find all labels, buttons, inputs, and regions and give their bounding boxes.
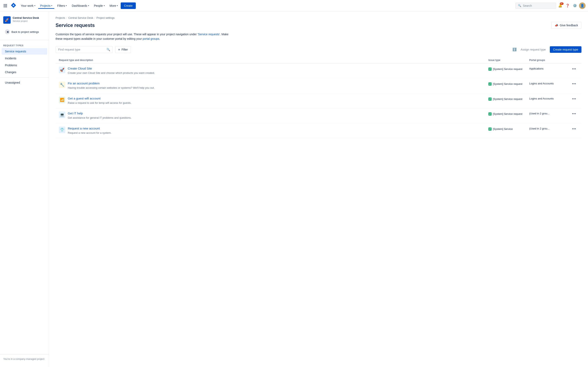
issue-type-icon: ✓ [488, 127, 492, 131]
nav-projects[interactable]: Projects ▾ [38, 3, 54, 8]
breadcrumb-central-service-desk[interactable]: Central Service Desk [68, 16, 93, 19]
issue-type-text: [System] Service [493, 127, 513, 131]
breadcrumb: Projects / Central Service Desk / Projec… [56, 16, 581, 19]
sidebar-item-unassigned[interactable]: Unassigned [2, 79, 47, 86]
request-type-row-fix-account-problem[interactable]: 🔧 Fix an account problem Having trouble … [56, 78, 581, 93]
app-switcher-button[interactable] [2, 3, 8, 8]
issue-type-cell: ✓ [System] Service request [488, 82, 529, 86]
request-type-row-guest-wifi[interactable]: 📶 Get a guest wifi account Raise a reque… [56, 93, 581, 108]
sidebar-item-incidents[interactable]: Incidents [2, 55, 47, 62]
portal-groups-text: Logins and Accounts [529, 82, 570, 85]
issue-type-icon: ✓ [488, 82, 492, 86]
request-info: Request a new account Request a new acco… [68, 127, 112, 135]
request-title[interactable]: Fix an account problem [68, 82, 155, 85]
chevron-down-icon: ▾ [88, 4, 89, 7]
back-icon: ◀ [5, 29, 10, 34]
chevron-down-icon: ▾ [66, 4, 67, 7]
col-actions [570, 59, 578, 62]
row-more-button[interactable]: ••• [570, 67, 578, 71]
request-description: Having trouble accessing certain website… [68, 86, 155, 90]
table-header: Request type and description Issue type … [56, 57, 581, 63]
your-work-link[interactable]: Your work ▾ [19, 3, 37, 8]
filter-button[interactable]: ≡ Filter [115, 46, 131, 53]
nav-filters[interactable]: Filters ▾ [55, 3, 69, 8]
request-cell: 💻 Get IT help Get assistance for general… [59, 111, 488, 120]
search-input[interactable] [523, 4, 553, 7]
portal-groups-text: Applications [529, 67, 570, 70]
request-type-row-create-cloud-site[interactable]: 🚀 Create Cloud Site Create your own Clou… [56, 63, 581, 78]
row-more-button[interactable]: ••• [570, 127, 578, 131]
request-type-row-new-account[interactable]: 👕 Request a new account Request a new ac… [56, 123, 581, 138]
create-request-type-button[interactable]: Create request type [550, 46, 581, 53]
page-header: Service requests 📣 Give feedback [56, 22, 581, 29]
assign-request-type-button[interactable]: Assign request type [519, 46, 547, 53]
filters-link[interactable]: Filters ▾ [55, 3, 69, 8]
dashboards-link[interactable]: Dashboards ▾ [70, 3, 91, 8]
chevron-down-icon: ▾ [104, 4, 105, 7]
notifications-button[interactable]: 🔔 9+ [557, 2, 563, 9]
page-layout: 🚀 Central Service Desk Service project ◀… [0, 11, 588, 367]
request-title[interactable]: Get IT help [68, 111, 131, 115]
portal-groups-link[interactable]: portal groups [143, 37, 159, 40]
topnav-icons: 🔔 9+ ❓ ⚙️ 👤 [557, 2, 586, 9]
breadcrumb-sep-2: / [95, 16, 95, 19]
issue-type-text: [System] Service request [493, 112, 522, 116]
request-title[interactable]: Create Cloud Site [68, 67, 155, 70]
sidebar-item-problems[interactable]: Problems [2, 62, 47, 68]
col-request-type: Request type and description [59, 59, 488, 62]
help-button[interactable]: ❓ [564, 2, 571, 9]
issue-type-text: [System] Service request [493, 67, 522, 71]
search-icon: 🔍 [107, 48, 110, 51]
issue-type-cell: ✓ [System] Service request [488, 111, 529, 116]
project-details: Central Service Desk Service project [13, 16, 39, 22]
nav-dashboards[interactable]: Dashboards ▾ [70, 3, 91, 8]
filter-icon: ≡ [118, 48, 120, 51]
nav-more[interactable]: More ▾ [108, 3, 120, 8]
request-type-icon: 🚀 [59, 67, 65, 73]
nav-people[interactable]: People ▾ [92, 3, 107, 8]
request-type-icon: 💻 [59, 111, 65, 118]
back-to-project-settings[interactable]: ◀ Back to project settings [2, 28, 47, 36]
request-type-row-it-help[interactable]: 💻 Get IT help Get assistance for general… [56, 108, 581, 123]
service-requests-link[interactable]: 'Service requests' [198, 33, 220, 36]
col-portal-groups: Portal groups [529, 59, 570, 62]
company-managed-label: You're in a company-managed project [0, 354, 49, 364]
project-type: Service project [13, 20, 39, 22]
portal-groups-text: (Used in 2 grou... [529, 127, 570, 130]
jira-logo[interactable] [11, 2, 16, 9]
issue-type-cell: ✓ [System] Service request [488, 97, 529, 101]
search-box[interactable]: 🔍 [515, 3, 556, 9]
project-info: 🚀 Central Service Desk Service project [0, 15, 49, 28]
projects-link[interactable]: Projects ▾ [38, 3, 54, 8]
create-button[interactable]: Create [121, 2, 136, 9]
breadcrumb-project-settings[interactable]: Project settings [96, 16, 114, 19]
row-more-button[interactable]: ••• [570, 111, 578, 116]
breadcrumb-projects[interactable]: Projects [56, 16, 65, 19]
nav-your-work[interactable]: Your work ▾ [19, 3, 37, 8]
request-types-section-title: REQUEST TYPES [0, 42, 49, 48]
row-more-button[interactable]: ••• [570, 82, 578, 86]
give-feedback-button[interactable]: 📣 Give feedback [551, 22, 582, 29]
settings-button[interactable]: ⚙️ [572, 2, 578, 9]
more-link[interactable]: More ▾ [108, 3, 120, 8]
sidebar-item-service-requests[interactable]: Service requests [2, 48, 47, 55]
request-title[interactable]: Request a new account [68, 127, 112, 130]
sidebar-item-changes[interactable]: Changes [2, 69, 47, 75]
find-request-type-input[interactable] [58, 48, 105, 51]
grid-icon [4, 4, 7, 7]
people-link[interactable]: People ▾ [92, 3, 107, 8]
request-cell: 🔧 Fix an account problem Having trouble … [59, 82, 488, 90]
user-avatar[interactable]: 👤 [579, 2, 586, 9]
row-more-button[interactable]: ••• [570, 97, 578, 101]
request-type-icon: 🔧 [59, 82, 65, 88]
request-title[interactable]: Get a guest wifi account [68, 97, 131, 100]
request-description: Request a new account for a system. [68, 131, 112, 135]
request-cell: 📶 Get a guest wifi account Raise a reque… [59, 97, 488, 105]
notification-badge: 9+ [560, 2, 563, 5]
sidebar: 🚀 Central Service Desk Service project ◀… [0, 11, 49, 367]
issue-type-icon: ✓ [488, 98, 492, 101]
toolbar-right: ℹ️ Assign request type Create request ty… [512, 46, 581, 53]
info-icon[interactable]: ℹ️ [512, 48, 517, 51]
find-request-type-search[interactable]: 🔍 [56, 46, 113, 53]
issue-type-icon: ✓ [488, 67, 492, 71]
